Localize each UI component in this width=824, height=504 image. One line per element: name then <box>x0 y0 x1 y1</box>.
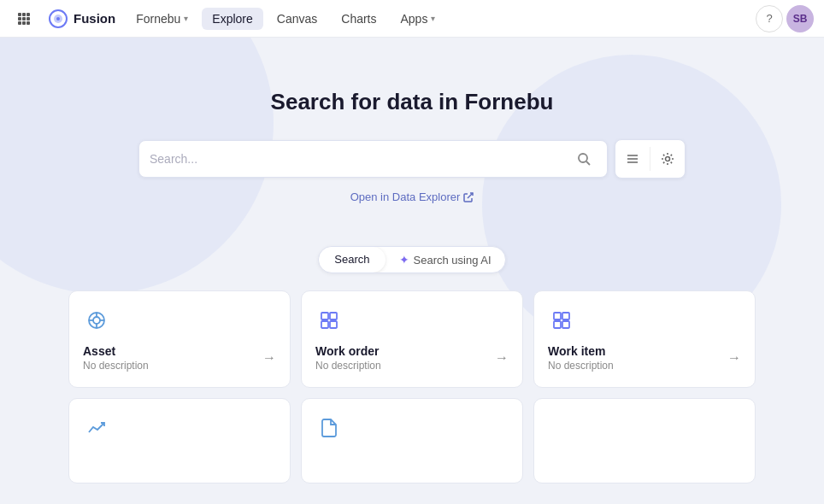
work-item-icon <box>548 307 575 334</box>
svg-rect-25 <box>321 313 328 319</box>
user-avatar[interactable]: SB <box>786 5 814 32</box>
svg-rect-0 <box>18 13 21 16</box>
work-order-icon <box>315 307 343 334</box>
list-view-button[interactable] <box>615 140 650 178</box>
card-asset-text: Asset No description <box>83 344 149 372</box>
trend-icon <box>83 414 110 442</box>
svg-rect-31 <box>554 321 561 328</box>
tab-search-ai[interactable]: ✦ Search using AI <box>386 247 505 273</box>
svg-rect-27 <box>321 321 328 328</box>
asset-icon <box>83 307 110 334</box>
logo-text: Fusion <box>74 11 115 26</box>
cards-row-2 <box>68 398 756 483</box>
svg-rect-5 <box>26 17 30 21</box>
search-mode-tabs: Search ✦ Search using AI <box>318 246 505 273</box>
card-trend[interactable] <box>68 398 291 483</box>
data-explorer-link[interactable]: Open in Data Explorer <box>350 190 474 203</box>
svg-rect-7 <box>22 21 26 25</box>
card-work-item-desc: No description <box>548 360 614 372</box>
card-work-item[interactable]: Work item No description → <box>533 290 756 388</box>
chevron-down-icon: ▾ <box>431 14 435 23</box>
card-work-item-text: Work item No description <box>548 344 614 372</box>
svg-rect-28 <box>330 321 337 328</box>
svg-rect-29 <box>554 313 561 319</box>
document-icon <box>315 414 343 442</box>
search-icon[interactable] <box>571 146 597 172</box>
navbar: Fusion Fornebu ▾ Explore Canvas Charts A… <box>0 0 824 38</box>
svg-line-18 <box>468 193 473 198</box>
tab-search[interactable]: Search <box>319 247 385 273</box>
nav-item-fornebu[interactable]: Fornebu ▾ <box>126 8 198 30</box>
card-asset-body: Asset No description → <box>83 344 276 372</box>
svg-rect-1 <box>22 13 26 16</box>
card-work-order-title: Work order <box>315 344 381 358</box>
cards-row-1: Asset No description → <box>68 290 756 388</box>
settings-button[interactable] <box>650 140 685 178</box>
svg-point-11 <box>56 17 60 21</box>
search-tools <box>615 139 686 179</box>
card-asset-desc: No description <box>83 360 149 372</box>
svg-rect-3 <box>18 17 21 21</box>
help-icon: ? <box>766 12 772 25</box>
svg-point-17 <box>666 157 670 161</box>
arrow-icon: → <box>727 350 741 366</box>
card-work-order-body: Work order No description → <box>315 344 509 372</box>
search-row <box>138 139 686 179</box>
card-work-order-text: Work order No description <box>315 344 381 372</box>
svg-rect-30 <box>562 313 569 319</box>
card-work-item-body: Work item No description → <box>548 344 741 372</box>
card-work-order-desc: No description <box>315 360 381 372</box>
arrow-icon: → <box>262 350 276 366</box>
card-document[interactable] <box>301 398 523 483</box>
card-work-order[interactable]: Work order No description → <box>301 290 523 388</box>
nav-item-canvas[interactable]: Canvas <box>267 8 327 30</box>
ai-star-icon: ✦ <box>399 253 409 267</box>
svg-rect-32 <box>562 321 569 328</box>
card-asset-title: Asset <box>83 344 149 358</box>
logo-icon <box>48 9 68 29</box>
chevron-down-icon: ▾ <box>184 14 188 23</box>
card-asset[interactable]: Asset No description → <box>68 290 291 388</box>
arrow-icon: → <box>495 350 509 366</box>
page-title: Search for data in Fornebu <box>271 89 554 115</box>
svg-rect-2 <box>26 13 30 16</box>
logo[interactable]: Fusion <box>41 5 122 32</box>
svg-rect-26 <box>330 313 337 319</box>
svg-point-12 <box>579 154 587 162</box>
svg-line-13 <box>586 161 590 165</box>
svg-rect-6 <box>18 21 21 25</box>
nav-item-explore[interactable]: Explore <box>202 8 262 30</box>
cards-section: Asset No description → <box>0 273 824 483</box>
help-button[interactable]: ? <box>756 5 783 32</box>
search-input[interactable] <box>150 152 571 166</box>
search-box[interactable] <box>138 140 608 178</box>
nav-item-charts[interactable]: Charts <box>331 8 386 30</box>
grid-icon[interactable] <box>10 5 38 32</box>
search-section: Search for data in Fornebu <box>0 38 824 273</box>
svg-rect-8 <box>26 21 30 25</box>
svg-rect-4 <box>22 17 26 21</box>
nav-item-apps[interactable]: Apps ▾ <box>391 8 446 30</box>
svg-point-20 <box>93 317 100 324</box>
card-work-item-title: Work item <box>548 344 614 358</box>
card-empty[interactable] <box>533 398 756 483</box>
main-content: Search for data in Fornebu <box>0 38 824 504</box>
